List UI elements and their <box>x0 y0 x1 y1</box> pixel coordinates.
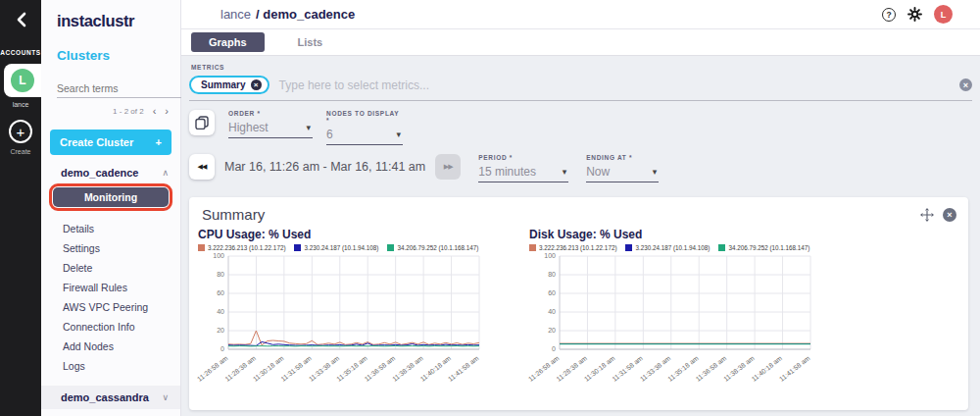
tab-graphs[interactable]: Graphs <box>191 32 265 52</box>
metrics-label: METRICS <box>191 64 972 71</box>
monitoring-highlight-annotation: Monitoring <box>49 183 172 211</box>
page-next-icon[interactable]: › <box>165 105 169 117</box>
create-cluster-button[interactable]: Create Cluster + <box>50 130 172 155</box>
sidebar-item-delete[interactable]: Delete <box>41 258 180 278</box>
create-cluster-label: Create Cluster <box>60 136 133 148</box>
sidebar-item-add-nodes[interactable]: Add Nodes <box>41 337 180 356</box>
ending-at-select[interactable]: Now ▾ <box>586 163 659 182</box>
sidebar-item-demo-cassandra[interactable]: demo_cassandra ∨ <box>41 386 180 409</box>
copy-layout-button[interactable] <box>189 110 215 135</box>
legend-item: 3.222.236.213 (10.1.22.172) <box>529 244 616 251</box>
nodes-to-display-select[interactable]: 6 ▾ <box>326 126 403 145</box>
date-range-label: Mar 16, 11:26 am - Mar 16, 11:41 am <box>224 160 425 174</box>
page-prev-icon[interactable]: ‹ <box>153 105 157 117</box>
legend-label: 3.230.24.187 (10.1.94.108) <box>635 244 710 251</box>
legend-item: 3.230.24.187 (10.1.94.108) <box>294 244 378 251</box>
chart-title: Disk Usage: % Used <box>529 228 854 241</box>
add-account-icon[interactable]: + <box>9 120 32 143</box>
help-icon[interactable]: ? <box>882 8 896 22</box>
svg-text:100: 100 <box>213 252 224 259</box>
period-label: PERIOD * <box>478 154 568 161</box>
ending-at-value: Now <box>586 165 610 179</box>
main-area: lance / demo_cadence ? L Graphs Lists ME… <box>181 0 980 416</box>
user-avatar[interactable]: L <box>934 5 953 24</box>
chevron-down-icon: ∨ <box>162 392 169 402</box>
search-input[interactable] <box>57 79 189 98</box>
sidebar-item-demo-cadence[interactable]: demo_cadence ∧ <box>61 167 169 179</box>
sidebar-item-aws-vpc-peering[interactable]: AWS VPC Peering <box>41 297 180 317</box>
forward-icon: ▶▶ <box>444 163 453 171</box>
forward-button[interactable]: ▶▶ <box>435 154 461 180</box>
chart-plot: 11:26:58 am11:28:38 am11:30:18 am11:31:5… <box>522 251 854 404</box>
sidebar: instaclustr Clusters 1 - 2 of 2 ‹ › Crea… <box>41 0 181 416</box>
pagination-label: 1 - 2 of 2 <box>113 107 144 116</box>
breadcrumb: lance / demo_cadence <box>220 7 355 22</box>
metrics-select-field[interactable]: Summary × Type here to select metrics...… <box>189 76 972 101</box>
chart-plot: 11:26:58 am11:28:38 am11:30:18 am11:31:5… <box>191 251 522 404</box>
legend-item: 34.206.79.252 (10.1.168.147) <box>387 244 478 251</box>
sidebar-item-logs[interactable]: Logs <box>41 356 180 376</box>
order-label: ORDER * <box>228 110 313 117</box>
legend-item: 34.206.79.252 (10.1.168.147) <box>718 244 809 251</box>
copy-icon <box>195 116 209 130</box>
ending-at-label: ENDING AT * <box>586 154 659 161</box>
svg-text:80: 80 <box>217 271 224 278</box>
period-select[interactable]: 15 minutes ▾ <box>478 163 568 182</box>
close-panel-icon[interactable]: × <box>943 208 956 222</box>
breadcrumb-account[interactable]: lance <box>220 7 251 22</box>
gear-icon[interactable] <box>907 7 922 22</box>
metric-chip-label: Summary <box>201 79 246 90</box>
move-panel-icon[interactable] <box>920 208 934 222</box>
svg-text:20: 20 <box>217 327 224 334</box>
rewind-icon: ◀◀ <box>198 163 207 171</box>
topbar: lance / demo_cadence ? L <box>181 0 980 29</box>
cluster-name-label: demo_cassandra <box>61 391 149 403</box>
svg-text:60: 60 <box>217 289 224 296</box>
svg-text:11:41:58 am: 11:41:58 am <box>447 354 480 383</box>
sidebar-item-firewall-rules[interactable]: Firewall Rules <box>41 278 180 297</box>
cpu-usage-chart: CPU Usage: % Used 3.222.236.213 (10.1.22… <box>191 225 522 404</box>
legend-swatch-icon <box>718 244 725 251</box>
metrics-placeholder: Type here to select metrics... <box>279 78 429 92</box>
back-chevron-icon[interactable] <box>16 12 26 31</box>
metric-chip-summary[interactable]: Summary × <box>189 76 270 94</box>
svg-text:40: 40 <box>217 308 224 315</box>
sidebar-item-monitoring[interactable]: Monitoring <box>53 187 169 207</box>
sidebar-item-connection-info[interactable]: Connection Info <box>41 317 180 337</box>
instaclustr-logo: instaclustr <box>57 12 180 30</box>
charts-row: CPU Usage: % Used 3.222.236.213 (10.1.22… <box>189 225 968 404</box>
remove-metric-icon[interactable]: × <box>251 79 262 90</box>
period-value: 15 minutes <box>478 165 536 179</box>
svg-text:0: 0 <box>220 345 224 352</box>
caret-down-icon: ▾ <box>306 123 311 132</box>
legend-item: 3.222.236.213 (10.1.22.172) <box>198 244 285 251</box>
legend-item: 3.230.24.187 (10.1.94.108) <box>625 244 710 251</box>
account-avatar[interactable]: L <box>11 69 34 92</box>
legend-swatch-icon <box>529 244 536 251</box>
tab-lists[interactable]: Lists <box>298 36 323 48</box>
chart-title: CPU Usage: % Used <box>198 228 522 241</box>
rewind-button[interactable]: ◀◀ <box>189 154 215 180</box>
account-rail: ACCOUNTS L lance + Create <box>0 0 41 416</box>
order-controls-row: ORDER * Highest ▾ NODES TO DISPLAY * 6 ▾ <box>189 110 972 145</box>
cluster-name-label: demo_cadence <box>61 167 138 179</box>
caret-down-icon: ▾ <box>563 167 567 177</box>
sidebar-item-settings[interactable]: Settings <box>41 238 180 258</box>
chart-legend: 3.222.236.213 (10.1.22.172)3.230.24.187 … <box>198 244 522 251</box>
chevron-up-icon: ∧ <box>162 168 169 178</box>
breadcrumb-cluster: / demo_cadence <box>256 7 355 22</box>
clear-metrics-icon[interactable]: × <box>959 78 972 91</box>
active-account-tab[interactable]: L <box>4 64 41 97</box>
time-controls-row: ◀◀ Mar 16, 11:26 am - Mar 16, 11:41 am ▶… <box>189 154 972 182</box>
legend-swatch-icon <box>625 244 632 251</box>
tabs-row: Graphs Lists <box>181 29 980 56</box>
svg-text:60: 60 <box>548 289 556 296</box>
nodes-to-display-label: NODES TO DISPLAY * <box>326 110 403 124</box>
svg-text:20: 20 <box>548 327 556 334</box>
legend-swatch-icon <box>198 244 205 251</box>
legend-label: 34.206.79.252 (10.1.168.147) <box>397 244 478 251</box>
legend-label: 3.222.236.213 (10.1.22.172) <box>208 244 285 251</box>
svg-text:100: 100 <box>544 252 556 259</box>
order-select[interactable]: Highest ▾ <box>228 119 313 138</box>
sidebar-item-details[interactable]: Details <box>41 219 180 238</box>
